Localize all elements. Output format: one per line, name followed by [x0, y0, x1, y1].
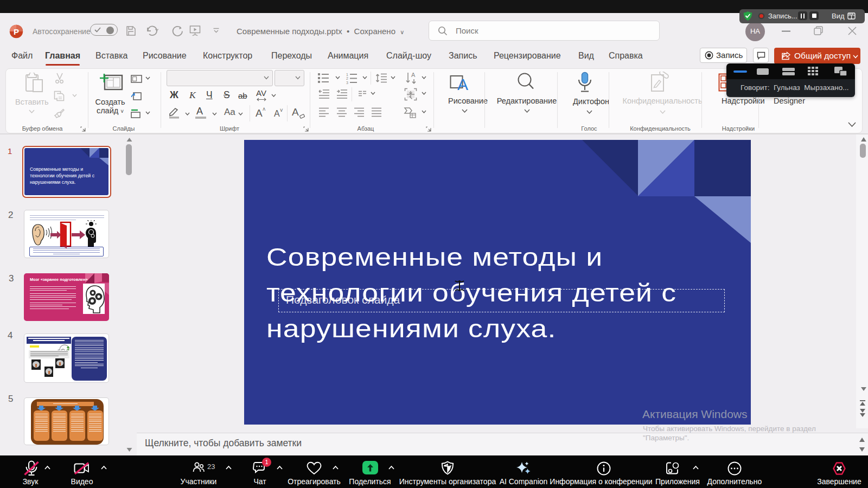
svg-text:3: 3 — [346, 81, 348, 85]
svg-text:P: P — [14, 27, 19, 36]
svg-text:A: A — [457, 75, 468, 91]
svg-text:2: 2 — [346, 76, 348, 80]
svg-text:A: A — [411, 72, 416, 78]
svg-text:1: 1 — [346, 73, 348, 76]
